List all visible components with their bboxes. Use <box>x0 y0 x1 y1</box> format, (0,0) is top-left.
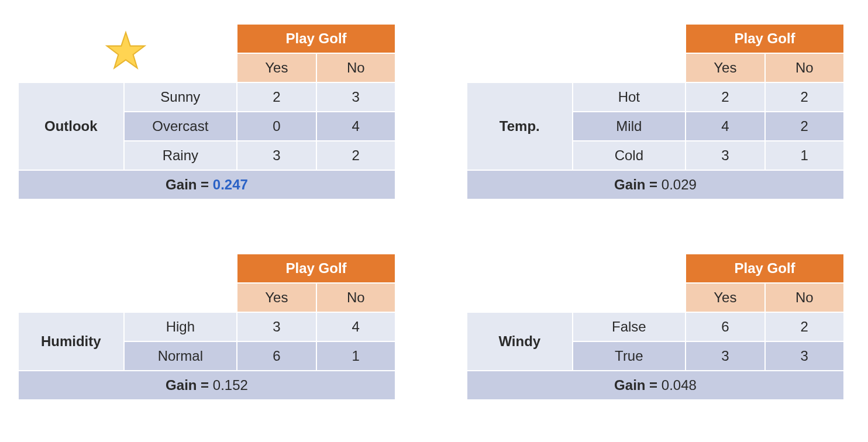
count-yes-cell: 3 <box>237 312 316 341</box>
count-no-cell: 4 <box>316 312 395 341</box>
count-no-cell: 3 <box>316 82 395 112</box>
gain-label: Gain = <box>166 377 213 393</box>
col-header-no: No <box>316 53 395 82</box>
count-yes-cell: 3 <box>686 341 764 371</box>
count-yes-cell: 6 <box>237 341 316 371</box>
row-header-attribute: Windy <box>467 312 573 371</box>
category-cell: Overcast <box>124 112 237 141</box>
category-cell: Sunny <box>124 82 237 112</box>
col-header-yes: Yes <box>237 53 316 82</box>
count-no-cell: 2 <box>765 112 844 141</box>
col-header-no: No <box>765 283 844 312</box>
col-header-play: Play Golf <box>237 24 395 53</box>
gain-cell: Gain = 0.048 <box>467 371 844 400</box>
svg-marker-0 <box>107 33 144 68</box>
best-gain-star <box>105 30 146 71</box>
count-yes-cell: 3 <box>686 141 764 170</box>
col-header-yes: Yes <box>686 53 764 82</box>
category-cell: High <box>124 312 237 341</box>
count-yes-cell: 2 <box>237 82 316 112</box>
attribute-card: Play GolfYesNoHumidityHigh34Normal61Gain… <box>18 253 396 419</box>
count-no-cell: 3 <box>765 341 844 371</box>
col-header-play: Play Golf <box>686 254 844 283</box>
count-yes-cell: 4 <box>686 112 764 141</box>
gain-label: Gain = <box>166 177 213 192</box>
contingency-table: Play GolfYesNoOutlookSunny23Overcast04Ra… <box>18 23 396 200</box>
category-cell: Hot <box>573 82 686 112</box>
count-yes-cell: 3 <box>237 141 316 170</box>
count-no-cell: 4 <box>316 112 395 141</box>
gain-cell: Gain = 0.247 <box>18 170 395 199</box>
count-no-cell: 1 <box>316 341 395 371</box>
category-cell: Normal <box>124 341 237 371</box>
contingency-table: Play GolfYesNoTemp.Hot22Mild42Cold31Gain… <box>466 23 845 200</box>
gain-cell: Gain = 0.152 <box>18 371 395 400</box>
gain-value: 0.048 <box>662 377 697 393</box>
gain-value: 0.247 <box>213 177 248 192</box>
gain-cell: Gain = 0.029 <box>467 170 844 199</box>
contingency-table: Play GolfYesNoHumidityHigh34Normal61Gain… <box>18 253 396 400</box>
col-header-no: No <box>765 53 844 82</box>
count-no-cell: 1 <box>765 141 844 170</box>
count-yes-cell: 0 <box>237 112 316 141</box>
count-no-cell: 2 <box>765 312 844 341</box>
category-cell: True <box>573 341 686 371</box>
count-yes-cell: 2 <box>686 82 764 112</box>
count-no-cell: 2 <box>765 82 844 112</box>
category-cell: Mild <box>573 112 686 141</box>
count-no-cell: 2 <box>316 141 395 170</box>
col-header-yes: Yes <box>237 283 316 312</box>
attribute-card: Play GolfYesNoWindyFalse62True33Gain = 0… <box>466 253 845 419</box>
contingency-table: Play GolfYesNoWindyFalse62True33Gain = 0… <box>466 253 845 400</box>
category-cell: False <box>573 312 686 341</box>
category-cell: Cold <box>573 141 686 170</box>
col-header-no: No <box>316 283 395 312</box>
count-yes-cell: 6 <box>686 312 764 341</box>
row-header-attribute: Temp. <box>467 82 573 170</box>
col-header-play: Play Golf <box>237 254 395 283</box>
star-icon <box>105 30 146 71</box>
attribute-card: Play GolfYesNoOutlookSunny23Overcast04Ra… <box>18 23 396 218</box>
col-header-yes: Yes <box>686 283 764 312</box>
row-header-attribute: Outlook <box>18 82 124 170</box>
gain-label: Gain = <box>614 177 662 192</box>
row-header-attribute: Humidity <box>18 312 124 371</box>
attribute-card: Play GolfYesNoTemp.Hot22Mild42Cold31Gain… <box>466 23 845 218</box>
gain-value: 0.152 <box>213 377 248 393</box>
col-header-play: Play Golf <box>686 24 844 53</box>
gain-value: 0.029 <box>662 177 697 192</box>
category-cell: Rainy <box>124 141 237 170</box>
gain-label: Gain = <box>614 377 662 393</box>
